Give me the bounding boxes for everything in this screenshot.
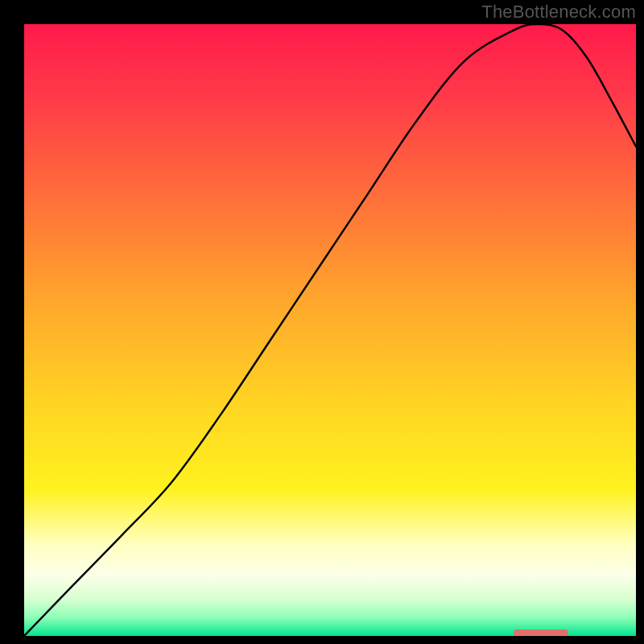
bottleneck-curve [24,24,636,636]
plot-area [24,24,636,636]
chart-frame: TheBottleneck.com [0,0,644,644]
watermark-text: TheBottleneck.com [481,2,636,23]
optimal-range-marker [514,630,568,636]
